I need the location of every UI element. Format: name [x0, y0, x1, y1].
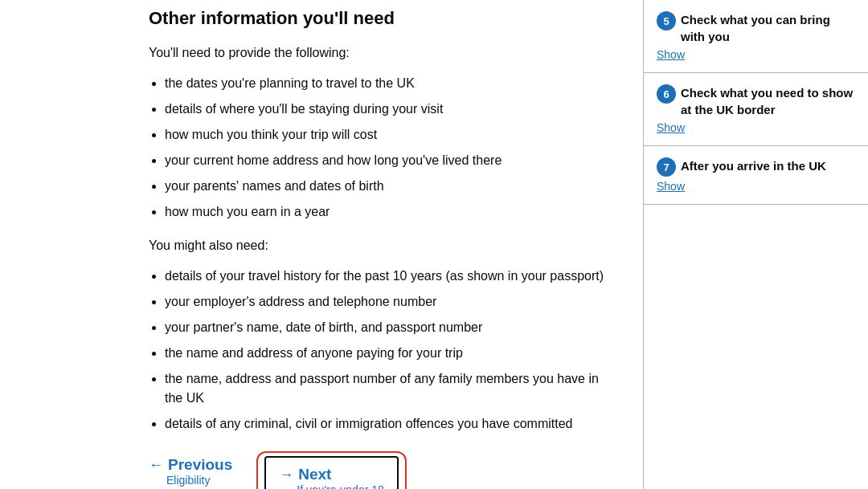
sidebar-item-7-number: 7: [657, 157, 676, 177]
list-item: how much you think your trip will cost: [165, 125, 611, 145]
previous-link[interactable]: ← Previous Eligibility: [149, 456, 232, 489]
page-wrapper: Other information you'll need You'll nee…: [0, 0, 868, 489]
might-also-label: You might also need:: [149, 236, 611, 255]
sidebar-item-7-header: 7 After you arrive in the UK: [657, 157, 855, 177]
list-item: the dates you're planning to travel to t…: [165, 74, 611, 93]
next-sublabel: If you're under 18: [297, 483, 384, 489]
sidebar-item-5-show[interactable]: Show: [657, 48, 855, 61]
sidebar-item-5-number: 5: [657, 11, 676, 31]
next-link-wrapper: → Next If you're under 18: [264, 456, 399, 489]
main-content: Other information you'll need You'll nee…: [0, 0, 643, 489]
list-item: how much you earn in a year: [165, 202, 611, 222]
required-list: the dates you're planning to travel to t…: [165, 74, 611, 222]
list-item: details of your travel history for the p…: [165, 267, 611, 286]
list-item: details of any criminal, civil or immigr…: [165, 414, 611, 434]
list-item: the name, address and passport number of…: [165, 369, 611, 408]
previous-sublabel: Eligibility: [166, 474, 232, 487]
sidebar-item-6-show[interactable]: Show: [657, 121, 855, 134]
list-item: your parents' names and dates of birth: [165, 177, 611, 196]
sidebar-item-7-title: After you arrive in the UK: [681, 157, 826, 174]
list-item: your employer's address and telephone nu…: [165, 292, 611, 312]
sidebar-item-6: 6 Check what you need to show at the UK …: [644, 73, 868, 146]
left-arrow-icon: ←: [149, 457, 163, 474]
list-item: your partner's name, date of birth, and …: [165, 318, 611, 337]
list-item: the name and address of anyone paying fo…: [165, 344, 611, 363]
sidebar-item-5-title: Check what you can bring with you: [681, 11, 855, 45]
sidebar-item-5: 5 Check what you can bring with you Show: [644, 0, 868, 73]
next-label: → Next: [279, 466, 384, 483]
previous-label: ← Previous: [149, 456, 232, 474]
nav-links: ← Previous Eligibility → Next If you're …: [149, 456, 611, 489]
provide-label: You'll need to provide the following:: [149, 43, 611, 63]
sidebar-item-7: 7 After you arrive in the UK Show: [644, 146, 868, 205]
sidebar: 5 Check what you can bring with you Show…: [643, 0, 868, 489]
list-item: details of where you'll be staying durin…: [165, 100, 611, 119]
page-title: Other information you'll need: [149, 8, 611, 29]
sidebar-item-5-header: 5 Check what you can bring with you: [657, 11, 855, 45]
next-link[interactable]: → Next If you're under 18: [264, 456, 399, 489]
optional-list: details of your travel history for the p…: [165, 267, 611, 434]
list-item: your current home address and how long y…: [165, 151, 611, 170]
sidebar-item-7-show[interactable]: Show: [657, 180, 855, 193]
sidebar-item-6-number: 6: [657, 84, 676, 104]
sidebar-item-6-header: 6 Check what you need to show at the UK …: [657, 84, 855, 118]
right-arrow-icon: →: [279, 467, 293, 483]
sidebar-item-6-title: Check what you need to show at the UK bo…: [681, 84, 855, 118]
